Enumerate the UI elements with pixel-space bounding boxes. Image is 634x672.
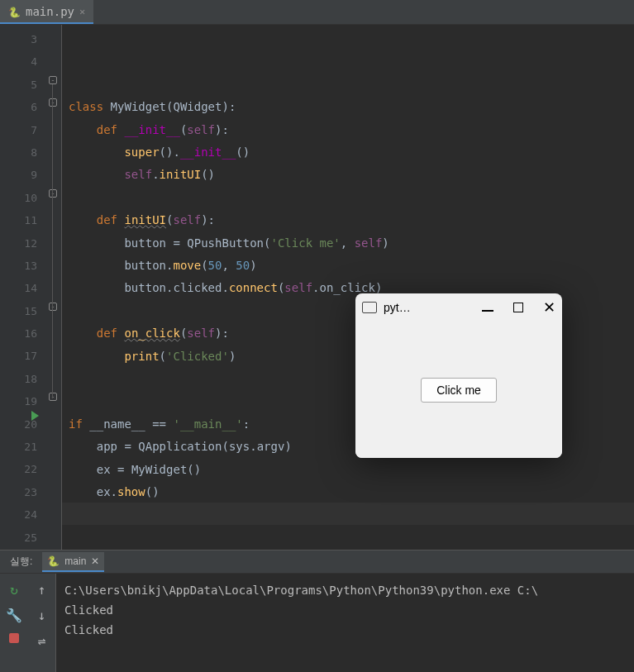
run-console-output[interactable]: C:\Users\bnikj\AppData\Local\Programs\Py… bbox=[56, 574, 634, 672]
window-titlebar[interactable]: pyt… ✕ bbox=[355, 293, 562, 322]
console-line: Clicked bbox=[64, 600, 626, 620]
fold-gutter: - - - - - bbox=[45, 25, 62, 550]
window-icon bbox=[362, 302, 377, 313]
fold-toggle-icon[interactable]: - bbox=[49, 303, 57, 311]
window-title: pyt… bbox=[384, 301, 482, 314]
stop-icon[interactable] bbox=[9, 633, 19, 643]
code-area[interactable]: class MyWidget(QWidget): def __init__(se… bbox=[62, 25, 634, 550]
run-label: 실행: bbox=[10, 555, 32, 569]
soft-wrap-icon[interactable]: ⇌ bbox=[38, 633, 46, 649]
fold-toggle-icon[interactable]: - bbox=[49, 98, 57, 107]
close-run-tab-icon[interactable]: ✕ bbox=[91, 555, 99, 567]
editor-tab-main[interactable]: main.py ✕ bbox=[0, 0, 93, 24]
console-line: Clicked bbox=[64, 620, 626, 640]
run-tool-window: 실행: main ✕ ↻ 🔧 ↑ ↓ ⇌ C:\Users\bnikj\AppD… bbox=[0, 550, 634, 672]
down-arrow-icon[interactable]: ↓ bbox=[38, 608, 46, 623]
tab-filename: main.py bbox=[26, 5, 74, 18]
fold-toggle-icon[interactable]: - bbox=[49, 76, 57, 84]
maximize-icon[interactable] bbox=[513, 303, 523, 312]
up-arrow-icon[interactable]: ↑ bbox=[38, 582, 46, 598]
current-line-highlight bbox=[62, 503, 634, 525]
editor-tab-bar: main.py ✕ bbox=[0, 0, 634, 25]
fold-toggle-icon[interactable]: - bbox=[49, 189, 57, 198]
console-line: C:\Users\bnikj\AppData\Local\Programs\Py… bbox=[64, 580, 626, 600]
minimize-icon[interactable] bbox=[482, 310, 493, 312]
python-file-icon bbox=[8, 5, 21, 18]
click-me-button[interactable]: Click me bbox=[421, 378, 497, 403]
fold-toggle-icon[interactable]: - bbox=[49, 393, 57, 401]
wrench-icon[interactable]: 🔧 bbox=[6, 608, 22, 623]
close-icon[interactable]: ✕ bbox=[543, 298, 555, 317]
rerun-icon[interactable]: ↻ bbox=[10, 582, 18, 598]
window-body: Click me bbox=[355, 322, 562, 458]
run-line-gutter-icon[interactable] bbox=[31, 411, 39, 421]
app-window[interactable]: pyt… ✕ Click me bbox=[355, 293, 562, 458]
close-tab-icon[interactable]: ✕ bbox=[79, 6, 85, 17]
code-editor[interactable]: 3 4 5 6 7 8 9 10 11 12 13 14 15 16 17 18… bbox=[0, 25, 634, 550]
run-tab-bar: 실행: main ✕ bbox=[0, 550, 634, 574]
python-run-icon bbox=[47, 555, 60, 567]
line-number-gutter: 3 4 5 6 7 8 9 10 11 12 13 14 15 16 17 18… bbox=[0, 25, 45, 550]
